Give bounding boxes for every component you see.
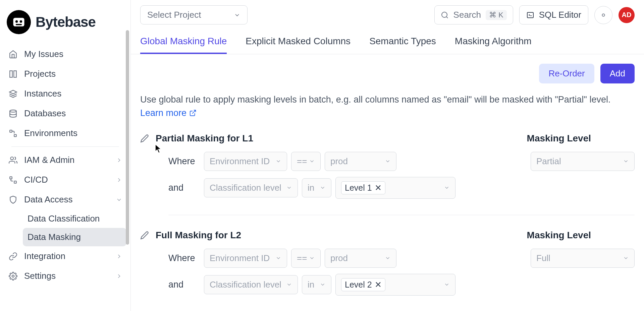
tab-semantic-types[interactable]: Semantic Types <box>369 30 436 54</box>
svg-point-14 <box>442 12 447 17</box>
condition-value-multiselect[interactable]: Level 1 ✕ <box>335 177 455 199</box>
value-tag: Level 2 ✕ <box>341 278 385 291</box>
tab-global-masking-rule[interactable]: Global Masking Rule <box>140 30 227 54</box>
sidebar-subitem-data-masking[interactable]: Data Masking <box>23 228 126 246</box>
project-select[interactable]: Select Project <box>140 5 248 24</box>
sidebar-item-environments[interactable]: Environments <box>4 123 126 143</box>
learn-more-label: Learn more <box>140 108 186 118</box>
svg-rect-11 <box>10 177 12 179</box>
users-icon <box>8 155 18 165</box>
svg-point-7 <box>10 110 16 112</box>
condition-field-select[interactable]: Environment ID <box>204 152 287 171</box>
chevron-down-icon <box>116 196 122 203</box>
masking-rule: Full Masking for L2 Masking Level Where … <box>140 230 635 302</box>
action-bar: Re-Order Add <box>140 64 635 83</box>
svg-point-18 <box>602 14 604 16</box>
sidebar-item-label: Instances <box>24 88 61 99</box>
sidebar-item-cicd[interactable]: CI/CD <box>4 170 126 190</box>
sidebar-subitem-data-classification[interactable]: Data Classification <box>23 209 126 228</box>
sidebar-item-label: Projects <box>24 69 56 79</box>
search-icon <box>441 11 449 19</box>
home-icon <box>8 49 18 59</box>
svg-marker-6 <box>9 90 17 94</box>
remove-tag-icon[interactable]: ✕ <box>375 183 382 193</box>
tabs: Global Masking Rule Explicit Masked Colu… <box>131 30 644 54</box>
sql-editor-button[interactable]: SQL Editor <box>519 5 588 24</box>
edit-icon[interactable] <box>140 134 149 143</box>
svg-rect-8 <box>10 130 12 132</box>
masking-rule: Partial Masking for L1 Masking Level Whe… <box>140 133 635 215</box>
sidebar-divider <box>11 146 119 147</box>
condition-operator-select[interactable]: == <box>291 249 321 268</box>
sidebar-item-databases[interactable]: Databases <box>4 104 126 123</box>
search-label: Search <box>453 10 481 20</box>
scrollbar[interactable] <box>126 30 129 245</box>
svg-line-19 <box>192 110 196 114</box>
avatar[interactable]: AD <box>619 7 635 23</box>
condition-value-select[interactable]: prod <box>325 152 396 171</box>
sidebar-item-my-issues[interactable]: My Issues <box>4 44 126 64</box>
chevron-right-icon <box>116 157 122 164</box>
svg-rect-12 <box>14 181 16 183</box>
svg-point-13 <box>12 275 14 277</box>
condition-row: and Classification level in Level 2 ✕ <box>140 274 531 296</box>
condition-field-select[interactable]: Classification level <box>204 275 298 294</box>
remove-tag-icon[interactable]: ✕ <box>375 280 382 290</box>
condition-field-select[interactable]: Classification level <box>204 178 298 197</box>
database-icon <box>8 109 18 119</box>
sidebar-item-projects[interactable]: Projects <box>4 64 126 84</box>
condition-value-select[interactable]: prod <box>325 249 396 268</box>
svg-rect-5 <box>14 71 16 77</box>
sidebar-item-instances[interactable]: Instances <box>4 84 126 104</box>
tab-explicit-masked-columns[interactable]: Explicit Masked Columns <box>246 30 351 54</box>
terminal-icon <box>526 11 534 19</box>
sql-editor-label: SQL Editor <box>539 10 581 20</box>
learn-more-link[interactable]: Learn more <box>140 108 197 118</box>
link-icon <box>8 251 18 261</box>
condition-operator-select[interactable]: == <box>291 152 321 171</box>
rule-divider <box>168 215 635 215</box>
condition-operator-select[interactable]: in <box>302 178 331 197</box>
condition-conjunction: and <box>168 279 200 290</box>
condition-operator-select[interactable]: in <box>302 275 331 294</box>
gear-icon <box>8 271 18 281</box>
masking-level-label: Masking Level <box>527 133 591 144</box>
edit-icon[interactable] <box>140 231 149 240</box>
sidebar-item-iam-admin[interactable]: IAM & Admin <box>4 150 126 170</box>
search-button[interactable]: Search ⌘ K <box>434 5 513 24</box>
chevron-right-icon <box>116 273 122 279</box>
logo[interactable]: Bytebase <box>0 7 130 44</box>
help-icon <box>600 11 607 19</box>
rule-title: Full Masking for L2 <box>156 230 520 241</box>
condition-row: and Classification level in Level 1 ✕ <box>140 177 531 199</box>
external-link-icon <box>189 109 197 117</box>
add-button[interactable]: Add <box>600 64 635 83</box>
brand-name: Bytebase <box>36 14 96 30</box>
help-button[interactable] <box>594 6 612 24</box>
svg-line-15 <box>446 16 447 18</box>
reorder-button[interactable]: Re-Order <box>539 64 594 83</box>
sidebar-item-integration[interactable]: Integration <box>4 246 126 266</box>
condition-value-multiselect[interactable]: Level 2 ✕ <box>335 274 455 296</box>
masking-level-label: Masking Level <box>527 230 591 241</box>
condition-field-select[interactable]: Environment ID <box>204 249 287 268</box>
sidebar-item-label: Integration <box>24 251 65 261</box>
sidebar-item-settings[interactable]: Settings <box>4 266 126 286</box>
description-text: Use global rule to apply masking levels … <box>140 93 635 107</box>
project-select-placeholder: Select Project <box>147 10 201 20</box>
value-tag: Level 1 ✕ <box>341 181 385 194</box>
svg-point-1 <box>15 20 18 23</box>
svg-point-10 <box>10 157 13 160</box>
sidebar-item-data-access[interactable]: Data Access <box>4 190 126 209</box>
condition-row: Where Environment ID == prod <box>140 152 531 171</box>
masking-level-select[interactable]: Partial <box>531 152 635 171</box>
masking-level-select-wrapper: Full <box>531 249 635 302</box>
main-content: Select Project Search ⌘ K SQL Editor AD … <box>131 0 644 311</box>
tab-masking-algorithm[interactable]: Masking Algorithm <box>455 30 532 54</box>
condition-conjunction: and <box>168 183 200 193</box>
masking-level-select[interactable]: Full <box>531 249 635 268</box>
condition-conjunction: Where <box>168 156 200 167</box>
sidebar-item-label: My Issues <box>24 49 63 59</box>
svg-rect-16 <box>527 12 533 18</box>
condition-row: Where Environment ID == prod <box>140 249 531 268</box>
